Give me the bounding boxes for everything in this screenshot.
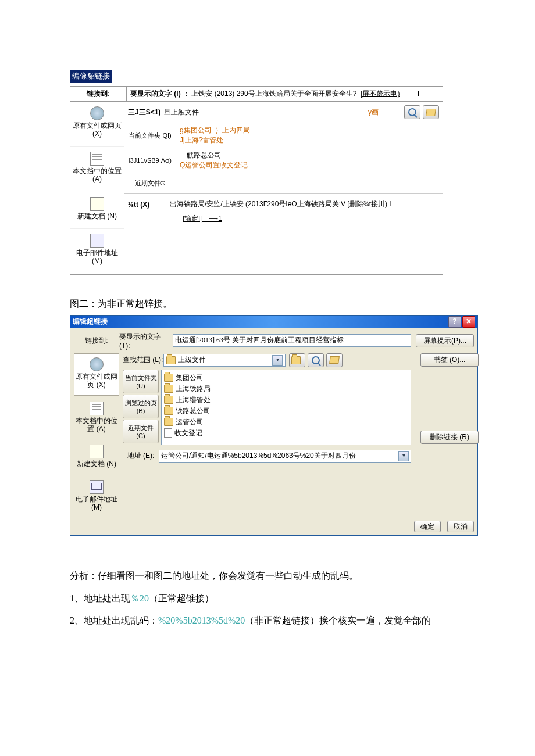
folder-icon (164, 374, 173, 382)
tab-recent-files[interactable]: 近期文件 (C) (123, 420, 159, 443)
folder-icon (164, 407, 173, 415)
chevron-down-icon[interactable]: ▾ (398, 451, 409, 461)
end-i: I (417, 89, 419, 98)
folder-icon (164, 418, 173, 426)
document-location-icon (90, 402, 104, 415)
envelope-icon (90, 234, 104, 248)
document-location-icon (90, 152, 104, 166)
display-text-input[interactable]: 电运通[2013] 63号 关于对四月份底前工程项目经营指标 (173, 334, 411, 347)
look-in-value: 上级文件 (178, 355, 206, 365)
list-item[interactable]: 上海缮管处 (164, 395, 408, 406)
folder-icon (164, 385, 173, 393)
list-row-1b: Jj上海?雷管处 (180, 136, 223, 144)
zoom-button[interactable] (404, 105, 420, 119)
remove-link-button[interactable]: 删除链接 (R) (420, 431, 479, 444)
open-folder-icon (329, 356, 340, 364)
y-label: y画 (368, 108, 379, 117)
sidebar-item-place-in-doc[interactable]: 本文挡中的位置 (A) (70, 147, 124, 192)
analysis-paragraph: 分析：仔细看图一和图二的地址处，你会发觉有一些白动生成的乱码。 (70, 565, 465, 587)
display-text-value: 上铁安 (2013) 290号上海铁踣局关于全面开展安全生? (191, 89, 356, 98)
magnifier-icon (408, 108, 416, 116)
cancel-button[interactable]: 取消 (447, 521, 474, 532)
dialog2-titlebar: 编辑超链接 ? ✕ (70, 316, 477, 328)
sidebar-item-new-document[interactable]: 新建文档 (N) (70, 192, 124, 229)
look-in-label: 查找范围 (L): (123, 355, 163, 365)
tab-browsed-pages[interactable]: i3J11vSB9 Λφ) (124, 148, 176, 173)
help-button[interactable]: ? (448, 316, 461, 328)
globe-page-icon (90, 106, 104, 120)
display-text-label: 要显示的文字 (I) ： (130, 89, 190, 98)
dialog1-header: 编像貂链接 (70, 70, 112, 83)
address-input[interactable]: 运管公司/通知/电运通%5b2013%5d%2063号%20关于对四月份 ▾ (159, 450, 411, 463)
envelope-icon (90, 480, 104, 494)
sidebar-item-email[interactable]: 电子邮件地址 (M) (74, 476, 119, 518)
display-text-label: 要显示的文字 (T): (119, 332, 173, 350)
sidebar-item-new-document[interactable]: 新建文档 (N) (74, 441, 119, 474)
look-in-value: 旦上皴文件 (164, 108, 368, 117)
globe-page-icon (90, 357, 104, 371)
dialog1: 链接到: 要显示的文字 (I) ： 上铁安 (2013) 290号上海铁踣局关于… (70, 86, 443, 275)
list-empty (176, 173, 443, 193)
list-item[interactable]: 铁路总公司 (164, 406, 408, 417)
folder-icon (166, 356, 176, 364)
address-label: ⅛tt (X) (128, 200, 170, 209)
dialog2-title: 编辑超链接 (73, 317, 108, 327)
list-item[interactable]: 集团公司 (164, 372, 408, 384)
screen-tip-button[interactable]: 屏幕提示(P)... (416, 334, 474, 347)
bookmark-button[interactable]: 书签 (O)... (420, 353, 479, 367)
open-folder-icon (426, 109, 436, 116)
folder-up-icon (291, 356, 301, 364)
browse-button[interactable] (423, 105, 439, 119)
list-item[interactable]: 收文登记 (164, 428, 408, 439)
list-row-1a: g集团公司_）上内四局 (180, 126, 250, 134)
link-to-label: 链接到: (74, 336, 119, 346)
address-value: 出海铁路局/安监/上铁安 (2013Γ290号IeO上海铁路局关: (170, 200, 341, 208)
new-document-icon (90, 197, 104, 211)
tab-current-folder[interactable]: 当前文件夹 (U) (123, 370, 159, 393)
file-list[interactable]: 集团公司 上海铁路局 上海缮管处 铁路总公司 运管公司 收文登记 (161, 370, 411, 445)
document-icon (164, 428, 172, 438)
sidebar-item-place-in-doc[interactable]: 本文档中的位置 (A) (74, 398, 119, 439)
link-to-label: 链接到: (70, 87, 127, 101)
sidebar-item-existing-file[interactable]: 原有文件或网页 (X) (70, 102, 124, 147)
close-button[interactable]: ✕ (462, 316, 475, 328)
zoom-button[interactable] (308, 353, 324, 367)
screen-tip-text: [屏不赘示电) (361, 89, 400, 98)
chevron-down-icon[interactable]: ▾ (272, 355, 283, 366)
browse-button[interactable] (326, 353, 343, 367)
list-row-2a: 一觥路总公司 (180, 151, 439, 160)
magnifier-icon (312, 356, 320, 364)
list-item[interactable]: 上海铁路局 (164, 384, 408, 395)
folder-icon (164, 396, 173, 404)
sidebar-item-email[interactable]: 电子邮件地址 (M) (70, 229, 124, 274)
sidebar-item-existing-file[interactable]: 原有文件或网页 (X) (74, 353, 119, 396)
address-label: 地址 (E): (123, 451, 159, 461)
list-row-2b: Q运誉公司置收文登记 (180, 161, 248, 169)
address-value: 运管公司/通知/电运通%5b2013%5d%2063号%20关于对四月份 (161, 451, 356, 461)
new-document-icon (90, 445, 104, 458)
address-suffix: V [删除¾t接川) I (341, 200, 391, 208)
ok-text: I输定l|一—-1 (183, 214, 222, 223)
ok-button[interactable]: 确定 (414, 521, 441, 532)
look-in-label: 三J三S<1) (128, 108, 160, 117)
figure2-caption: 图二：为非正常超锌接。 (70, 298, 465, 310)
tab-current-folder[interactable]: 当前文件央 QI) (124, 123, 176, 148)
tab-recent-files[interactable]: 近期文件© (124, 173, 176, 193)
up-folder-button[interactable] (289, 353, 305, 367)
point-2: 2、地址处出现乱码：%20%5b2013%5d%20（非正常超链接）挨个核实一遍… (70, 610, 465, 632)
point-1: 1、地址处出现％20（正常超锥接） (70, 587, 465, 610)
tab-browsed-pages[interactable]: 浏览过的页 (B) (123, 395, 159, 418)
dialog2-edit-hyperlink: 编辑超链接 ? ✕ 链接到: 要显示的文字 (T): 电运通[2013] 63号… (70, 315, 478, 536)
list-item[interactable]: 运管公司 (164, 417, 408, 428)
look-in-combo[interactable]: 上级文件 ▾ (163, 354, 286, 367)
